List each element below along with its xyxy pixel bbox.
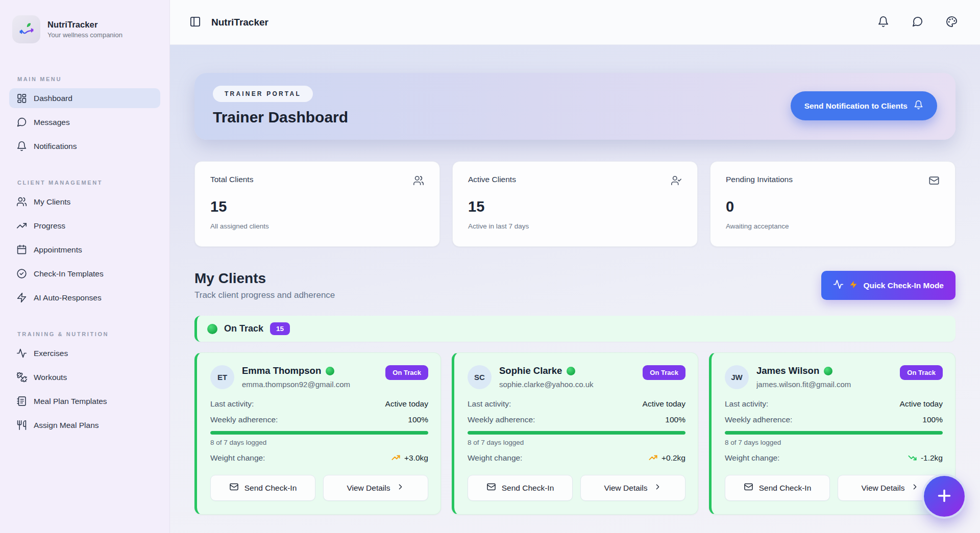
stat-sub: Active in last 7 days xyxy=(468,222,682,230)
stat-value: 0 xyxy=(726,198,940,215)
client-name: Emma Thompson xyxy=(242,365,321,376)
adherence-label: Weekly adherence: xyxy=(210,415,278,424)
send-checkin-button[interactable]: Send Check-In xyxy=(468,475,573,501)
sidebar-item-label: Workouts xyxy=(34,373,67,382)
sidebar-item-dashboard[interactable]: Dashboard xyxy=(9,88,160,108)
sidebar: NutriTracker Your wellness companion MAI… xyxy=(0,0,170,533)
stat-label: Pending Invitations xyxy=(726,175,793,184)
status-badge: On Track xyxy=(900,365,943,380)
mail-icon xyxy=(744,482,753,494)
sidebar-item-my-clients[interactable]: My Clients xyxy=(9,192,160,212)
client-name: Sophie Clarke xyxy=(499,365,562,376)
plus-icon xyxy=(935,487,953,506)
zap-icon xyxy=(16,292,27,303)
section-label-training-nutrition: TRAINING & NUTRITION xyxy=(17,331,160,337)
sidebar-item-exercises[interactable]: Exercises xyxy=(9,343,160,363)
sidebar-item-label: Meal Plan Templates xyxy=(34,397,107,406)
send-notification-label: Send Notification to Clients xyxy=(804,101,908,111)
trainer-banner: TRAINER PORTAL Trainer Dashboard Send No… xyxy=(194,73,955,140)
client-email: james.wilson.fit@gmail.com xyxy=(756,380,851,389)
green-status-icon xyxy=(824,367,832,375)
sidebar-item-label: Dashboard xyxy=(34,94,72,103)
send-checkin-button[interactable]: Send Check-In xyxy=(725,475,830,501)
sidebar-item-label: Appointments xyxy=(34,245,82,255)
trend-down-icon xyxy=(908,453,917,463)
stat-sub: All assigned clients xyxy=(210,222,424,230)
sidebar-item-workouts[interactable]: Workouts xyxy=(9,367,160,387)
adherence-value: 100% xyxy=(408,415,428,424)
group-label: On Track xyxy=(224,323,263,334)
chevron-right-icon xyxy=(911,483,919,493)
palette-icon xyxy=(946,16,958,29)
weight-change-label: Weight change: xyxy=(468,453,522,463)
message-icon xyxy=(912,16,923,29)
my-clients-subtitle: Track client progress and adherence xyxy=(194,290,335,300)
sidebar-item-assign-meal-plans[interactable]: Assign Meal Plans xyxy=(9,415,160,435)
page-title: NutriTracker xyxy=(211,17,268,28)
messages-button[interactable] xyxy=(912,16,923,29)
green-status-icon xyxy=(207,324,217,334)
adherence-progress-bar xyxy=(210,431,428,435)
bell-icon xyxy=(16,141,27,151)
weight-change-value: -1.2kg xyxy=(921,453,943,463)
client-card: JW James Wilson james.wilson.fit@gmail.c… xyxy=(709,352,955,515)
sidebar-item-meal-plan-templates[interactable]: Meal Plan Templates xyxy=(9,391,160,411)
mail-icon xyxy=(486,482,496,494)
view-details-label: View Details xyxy=(347,484,390,493)
client-cards-row: ET Emma Thompson emma.thompson92@gmail.c… xyxy=(194,352,955,515)
sidebar-item-label: Progress xyxy=(34,221,65,231)
days-logged: 8 of 7 days logged xyxy=(468,439,685,446)
message-icon xyxy=(16,117,27,128)
stat-sub: Awaiting acceptance xyxy=(726,222,940,230)
sidebar-item-progress[interactable]: Progress xyxy=(9,216,160,236)
section-label-main-menu: MAIN MENU xyxy=(17,76,160,82)
view-details-button[interactable]: View Details xyxy=(580,475,685,501)
my-clients-header: My Clients Track client progress and adh… xyxy=(194,270,955,300)
activity-icon xyxy=(16,348,27,359)
quick-checkin-mode-button[interactable]: Quick Check-In Mode xyxy=(821,271,955,300)
avatar: SC xyxy=(468,365,492,389)
last-activity-label: Last activity: xyxy=(468,399,511,409)
theme-button[interactable] xyxy=(946,16,958,29)
dashboard-icon xyxy=(16,93,27,104)
users-icon xyxy=(16,196,27,207)
send-checkin-label: Send Check-In xyxy=(502,484,554,493)
sidebar-item-messages[interactable]: Messages xyxy=(9,112,160,132)
stat-value: 15 xyxy=(468,198,682,215)
brand-name: NutriTracker xyxy=(47,20,122,30)
sidebar-item-ai-auto-responses[interactable]: AI Auto-Responses xyxy=(9,288,160,308)
activity-icon xyxy=(833,279,844,292)
client-name: James Wilson xyxy=(756,365,819,376)
sidebar-toggle-button[interactable] xyxy=(189,16,201,29)
group-count-badge: 15 xyxy=(270,322,290,335)
view-details-label: View Details xyxy=(604,484,647,493)
sidebar-item-label: Check-In Templates xyxy=(34,269,104,278)
trend-up-icon xyxy=(648,453,658,463)
sidebar-item-label: Assign Meal Plans xyxy=(34,421,99,430)
send-checkin-button[interactable]: Send Check-In xyxy=(210,475,315,501)
user-check-icon xyxy=(671,175,682,188)
adherence-label: Weekly adherence: xyxy=(725,415,792,424)
weight-change-label: Weight change: xyxy=(210,453,265,463)
trainer-portal-badge: TRAINER PORTAL xyxy=(213,86,313,102)
sidebar-item-notifications[interactable]: Notifications xyxy=(9,136,160,156)
dumbbell-icon xyxy=(16,372,27,383)
green-status-icon xyxy=(326,367,334,375)
section-label-client-management: CLIENT MANAGEMENT xyxy=(17,180,160,186)
quick-checkin-label: Quick Check-In Mode xyxy=(863,281,944,290)
weight-change-label: Weight change: xyxy=(725,453,779,463)
mail-icon xyxy=(229,482,239,494)
stat-value: 15 xyxy=(210,198,424,215)
adherence-label: Weekly adherence: xyxy=(468,415,535,424)
app-logo-icon xyxy=(12,15,40,43)
trending-up-icon xyxy=(16,220,27,231)
bell-icon xyxy=(877,16,889,29)
client-card: SC Sophie Clarke sophie.clarke@yahoo.co.… xyxy=(452,352,698,515)
sidebar-item-checkin-templates[interactable]: Check-In Templates xyxy=(9,264,160,284)
sidebar-item-label: AI Auto-Responses xyxy=(34,293,102,302)
notifications-button[interactable] xyxy=(877,16,889,29)
add-button[interactable] xyxy=(924,476,965,517)
send-notification-button[interactable]: Send Notification to Clients xyxy=(791,91,937,120)
view-details-button[interactable]: View Details xyxy=(323,475,428,501)
sidebar-item-appointments[interactable]: Appointments xyxy=(9,240,160,260)
